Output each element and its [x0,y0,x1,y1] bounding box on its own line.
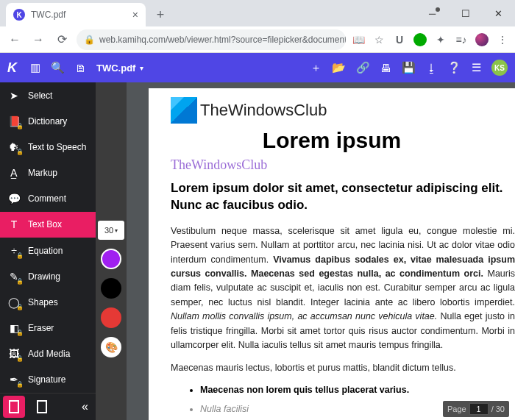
sidebar-item-text-box[interactable]: TText Box [0,212,96,238]
list-item: Maecenas non lorem quis tellus placerat … [200,385,515,395]
sidebar-item-comment[interactable]: 💬Comment [0,186,96,212]
kami-favicon: K [13,9,25,21]
text-to-speech-icon: 🗣🔒 [7,141,21,153]
sidebar-item-add-media[interactable]: 🖼🔒Add Media [0,341,96,367]
collapse-sidebar-icon[interactable]: « [82,400,88,413]
app-toolbar: K ▥ 🔍 🗎 TWC.pdf ▾ ＋ 📂 🔗 🖶 💾 ⭳ ❔ ☰ KS [0,53,515,82]
new-tab-button[interactable]: + [150,4,171,25]
user-badge[interactable]: KS [491,60,508,76]
page-number-input[interactable] [469,403,489,415]
close-window-button[interactable]: ✕ [482,0,515,26]
playlist-icon[interactable]: ≡♪ [455,33,468,46]
premium-lock-icon: 🔒 [16,355,24,362]
sidebar-item-label: Comment [28,193,66,204]
url-text: web.kamihq.com/web/viewer.html?source=fi… [99,35,346,45]
page-total: / 30 [491,405,505,413]
site-name: TheWindowsClub [200,101,327,120]
page-counter: Page / 30 [443,401,509,417]
signature-icon: ✒🔒 [7,374,21,385]
extensions-icon[interactable]: ✦ [434,33,447,46]
add-icon[interactable]: ＋ [310,61,322,75]
account-indicator-dot [436,7,440,12]
color-swatch[interactable] [101,278,121,299]
text-box-icon: T [7,218,21,230]
pdf-page: TheWindowsClub Lorem ipsum TheWindowsClu… [149,88,515,420]
premium-lock-icon: 🔒 [16,278,24,285]
add-media-icon: 🖼🔒 [7,348,21,360]
color-swatch[interactable] [101,249,121,269]
file-name: TWC.pdf [96,63,135,74]
browser-tab[interactable]: K TWC.pdf × [6,3,146,26]
sidebar-item-dictionary[interactable]: 📕🔒Dictionary [0,108,96,134]
sidebar-item-label: Signature [28,374,65,385]
share-icon[interactable]: 🔗 [356,61,370,74]
tab-title: TWC.pdf [31,10,65,20]
sidebar-item-shapes[interactable]: ◯🔒Shapes [0,289,96,315]
menu-icon[interactable]: ☰ [472,61,481,74]
back-button[interactable]: ← [6,31,24,49]
tool-sidebar: ➤Select📕🔒Dictionary🗣🔒Text to SpeechA̲Mar… [0,82,96,420]
file-menu-chevron-icon[interactable]: ▾ [140,64,143,72]
lock-icon: 🔒 [84,35,95,45]
paragraph-2: Maecenas mauris lectus, lobortis et puru… [171,361,515,375]
profile-avatar[interactable] [475,33,489,46]
markup-icon: A̲ [7,167,21,179]
browser-menu-icon[interactable]: ⋮ [496,33,509,46]
ext-green-icon[interactable] [413,33,427,46]
sidebar-item-drawing[interactable]: ✎🔒Drawing [0,263,96,289]
reload-button[interactable]: ⟳ [53,31,71,49]
sidebar-item-label: Dictionary [28,116,67,127]
minimize-button[interactable]: ─ [416,0,449,26]
reader-icon[interactable]: 📖 [352,33,365,46]
sidebar-item-label: Text to Speech [28,142,86,152]
premium-lock-icon: 🔒 [16,304,24,310]
color-swatch[interactable] [101,307,121,328]
toggle-sidebar-icon[interactable]: ▥ [30,61,40,74]
single-page-view[interactable] [3,396,25,418]
sidebar-item-equation[interactable]: ÷🔒Equation [0,238,96,263]
sidebar-item-markup[interactable]: A̲Markup [0,160,96,185]
find-icon[interactable]: 🔍 [51,61,65,74]
sidebar-item-signature[interactable]: ✒🔒Signature [0,367,96,393]
ublock-icon[interactable]: U [393,33,406,46]
download-icon[interactable]: ⭳ [426,62,437,74]
premium-lock-icon: 🔒 [16,330,24,336]
file-icon[interactable]: 🗎 [75,62,86,74]
sidebar-item-select[interactable]: ➤Select [0,82,96,108]
two-page-view[interactable] [31,396,53,418]
address-bar[interactable]: 🔒 web.kamihq.com/web/viewer.html?source=… [77,29,346,50]
premium-lock-icon: 🔒 [16,252,24,259]
page-label: Page [447,405,466,413]
kami-logo[interactable]: K [7,60,17,76]
sidebar-item-label: Select [28,90,52,101]
sidebar-item-label: Add Media [28,349,70,359]
drawing-icon: ✎🔒 [7,271,21,282]
doc-title: Lorem ipsum [149,128,515,153]
open-folder-icon[interactable]: 📂 [332,61,346,74]
premium-lock-icon: 🔒 [16,123,24,129]
save-icon[interactable]: 💾 [402,61,416,74]
tool-options-panel: 30 🎨 [96,82,127,420]
sidebar-item-label: Shapes [28,297,58,307]
sidebar-item-label: Eraser [28,323,54,333]
maximize-button[interactable]: ☐ [449,0,482,26]
help-icon[interactable]: ❔ [447,61,461,74]
sidebar-bottom: « [0,393,96,420]
font-size-selector[interactable]: 30 [98,221,124,240]
sidebar-item-eraser[interactable]: ◧🔒Eraser [0,315,96,341]
forward-button[interactable]: → [29,31,47,49]
close-tab-icon[interactable]: × [132,9,138,21]
sidebar-item-label: Drawing [28,271,60,282]
bookmark-icon[interactable]: ☆ [372,33,386,46]
comment-icon: 💬 [7,193,21,204]
color-palette-button[interactable]: 🎨 [101,337,121,357]
twc-logo [171,97,197,124]
equation-icon: ÷🔒 [7,245,21,257]
document-viewport[interactable]: TheWindowsClub Lorem ipsum TheWindowsClu… [127,82,515,420]
print-icon[interactable]: 🖶 [380,62,391,74]
shapes-icon: ◯🔒 [7,296,21,308]
premium-lock-icon: 🔒 [16,149,24,155]
eraser-icon: ◧🔒 [7,322,21,334]
sidebar-item-text-to-speech[interactable]: 🗣🔒Text to Speech [0,134,96,160]
paragraph-1: Vestibulum neque massa, scelerisque sit … [171,224,515,352]
